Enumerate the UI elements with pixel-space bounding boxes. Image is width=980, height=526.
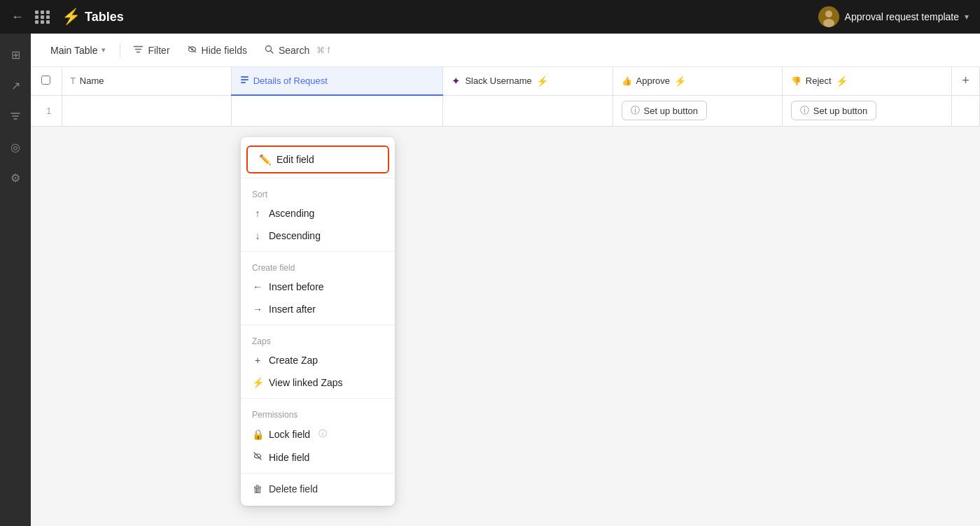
col-approve-lightning-icon: ⚡ bbox=[674, 76, 686, 87]
add-column-icon: + bbox=[952, 73, 979, 88]
col-type-reject-icon: 👎 bbox=[791, 76, 802, 86]
avatar bbox=[818, 6, 839, 27]
row-extra-cell bbox=[952, 95, 980, 126]
col-header-details[interactable]: Details of Request bbox=[231, 67, 443, 95]
hide-field-icon bbox=[252, 451, 263, 463]
filter-button[interactable]: Filter bbox=[126, 40, 176, 61]
sidebar-eye-icon[interactable]: ◎ bbox=[3, 134, 28, 159]
col-type-slack-icon: ✦ bbox=[451, 75, 461, 87]
svg-rect-10 bbox=[241, 82, 246, 83]
view-zaps-menu-item[interactable]: ⚡ View linked Zaps bbox=[241, 371, 395, 394]
insert-after-menu-item[interactable]: → Insert after bbox=[241, 298, 395, 320]
col-reject-lightning-icon: ⚡ bbox=[836, 76, 848, 87]
table-row: 1 ⓘ Set up button bbox=[31, 95, 980, 126]
col-type-text-icon: T bbox=[71, 76, 76, 86]
insert-before-icon: ← bbox=[252, 281, 263, 292]
descending-icon: ↓ bbox=[252, 230, 263, 241]
svg-rect-9 bbox=[241, 79, 248, 80]
menu-divider-4 bbox=[241, 398, 395, 399]
insert-after-icon: → bbox=[252, 304, 263, 315]
logo-icon: ⚡ bbox=[62, 8, 80, 26]
row-name-cell[interactable] bbox=[62, 95, 231, 126]
edit-field-menu-item[interactable]: ✏️ Edit field bbox=[246, 145, 389, 173]
search-icon bbox=[264, 44, 274, 57]
menu-divider-3 bbox=[241, 325, 395, 325]
apps-grid-icon[interactable] bbox=[35, 10, 50, 24]
col-approve-label: Approve bbox=[636, 76, 670, 86]
sidebar-settings-icon[interactable]: ⚙ bbox=[3, 165, 28, 190]
col-header-slack[interactable]: ✦ Slack Username ⚡ bbox=[443, 67, 612, 95]
menu-divider-1 bbox=[241, 178, 395, 178]
menu-divider-5 bbox=[241, 473, 395, 474]
menu-divider-2 bbox=[241, 251, 395, 252]
create-field-section-label: Create field bbox=[241, 256, 395, 276]
hide-fields-icon bbox=[187, 44, 197, 57]
row-slack-cell[interactable] bbox=[443, 95, 612, 126]
back-icon[interactable]: ← bbox=[11, 10, 24, 24]
col-header-approve[interactable]: 👍 Approve ⚡ bbox=[612, 67, 782, 95]
approve-setup-button[interactable]: ⓘ Set up button bbox=[622, 101, 707, 120]
toolbar-divider bbox=[120, 43, 120, 57]
main-table-tab[interactable]: Main Table ▾ bbox=[42, 41, 114, 60]
row-approve-cell[interactable]: ⓘ Set up button bbox=[612, 95, 782, 126]
col-details-label: Details of Request bbox=[253, 76, 328, 86]
row-checkbox-cell: 1 bbox=[31, 95, 62, 126]
filter-icon bbox=[133, 44, 144, 57]
insert-before-menu-item[interactable]: ← Insert before bbox=[241, 276, 395, 298]
search-shortcut: ⌘ f bbox=[316, 45, 330, 55]
search-button[interactable]: Search ⌘ f bbox=[257, 40, 337, 61]
delete-field-label: Delete field bbox=[269, 483, 318, 495]
ascending-label: Ascending bbox=[269, 208, 314, 219]
svg-rect-8 bbox=[241, 76, 248, 78]
lock-icon: 🔒 bbox=[252, 429, 263, 440]
add-column-header[interactable]: + bbox=[952, 67, 980, 95]
filter-label: Filter bbox=[148, 45, 169, 56]
svg-line-7 bbox=[270, 50, 273, 53]
user-menu[interactable]: Approval request template ▾ bbox=[818, 6, 969, 27]
ascending-icon: ↑ bbox=[252, 208, 263, 219]
sidebar-grid-icon[interactable]: ⊞ bbox=[3, 42, 28, 67]
checkbox-col-header bbox=[31, 67, 62, 95]
zaps-section-label: Zaps bbox=[241, 329, 395, 349]
insert-before-label: Insert before bbox=[269, 281, 324, 292]
sort-section-label: Sort bbox=[241, 183, 395, 202]
lock-field-label: Lock field bbox=[269, 429, 310, 440]
sidebar: ⊞ ↗ ◎ ⚙ bbox=[0, 34, 31, 526]
hide-fields-button[interactable]: Hide fields bbox=[180, 40, 254, 61]
col-reject-label: Reject bbox=[806, 76, 832, 86]
row-details-cell[interactable] bbox=[231, 95, 443, 126]
search-label: Search bbox=[279, 45, 309, 56]
col-name-label: Name bbox=[80, 76, 104, 86]
table-container: T Name bbox=[31, 67, 980, 526]
ascending-menu-item[interactable]: ↑ Ascending bbox=[241, 202, 395, 225]
sidebar-filter-icon[interactable] bbox=[3, 104, 28, 129]
create-zap-menu-item[interactable]: + Create Zap bbox=[241, 349, 395, 371]
lock-field-menu-item[interactable]: 🔒 Lock field ⓘ bbox=[241, 422, 395, 446]
col-header-name[interactable]: T Name bbox=[62, 67, 231, 95]
select-all-checkbox[interactable] bbox=[41, 76, 50, 85]
nav-chevron-icon: ▾ bbox=[965, 12, 969, 22]
app-logo: ⚡ Tables bbox=[62, 8, 124, 26]
reject-setup-button[interactable]: ⓘ Set up button bbox=[791, 101, 876, 120]
hide-field-label: Hide field bbox=[269, 452, 309, 463]
main-table: T Name bbox=[31, 67, 980, 127]
row-reject-cell[interactable]: ⓘ Set up button bbox=[782, 95, 951, 126]
main-table-label: Main Table bbox=[50, 45, 97, 56]
sidebar-arrow-icon[interactable]: ↗ bbox=[3, 73, 28, 98]
delete-icon: 🗑 bbox=[252, 483, 263, 495]
create-zap-icon: + bbox=[252, 355, 263, 366]
insert-after-label: Insert after bbox=[269, 304, 316, 315]
context-menu: ✏️ Edit field Sort ↑ Ascending ↓ Descend… bbox=[241, 137, 395, 506]
row-number: 1 bbox=[41, 106, 51, 116]
delete-field-menu-item[interactable]: 🗑 Delete field bbox=[241, 478, 395, 500]
descending-menu-item[interactable]: ↓ Descending bbox=[241, 225, 395, 247]
col-slack-label: Slack Username bbox=[465, 76, 531, 86]
project-name: Approval request template bbox=[845, 11, 959, 22]
edit-field-label: Edit field bbox=[276, 154, 314, 165]
col-header-reject[interactable]: 👎 Reject ⚡ bbox=[782, 67, 951, 95]
approve-setup-label: Set up button bbox=[644, 106, 698, 116]
col-slack-lightning-icon: ⚡ bbox=[536, 76, 548, 87]
hide-field-menu-item[interactable]: Hide field bbox=[241, 446, 395, 469]
reject-setup-label: Set up button bbox=[813, 106, 867, 116]
create-zap-label: Create Zap bbox=[269, 355, 318, 366]
